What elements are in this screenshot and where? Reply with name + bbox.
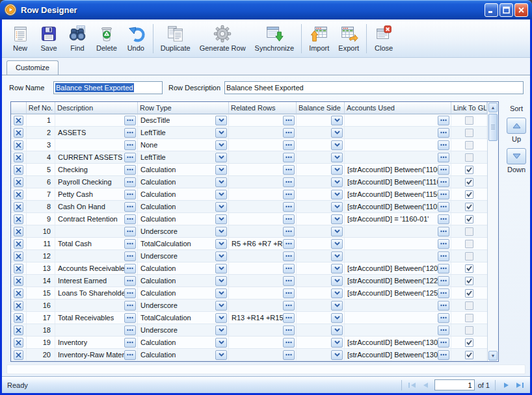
accounts-used-ellipsis-button[interactable] bbox=[438, 301, 449, 311]
description-ellipsis-button[interactable] bbox=[124, 276, 136, 286]
column-header-link-to-gl[interactable]: Link To GL bbox=[451, 102, 487, 114]
link-to-gl-checkbox[interactable] bbox=[465, 190, 473, 199]
previous-page-button[interactable] bbox=[421, 380, 431, 390]
scroll-down-button[interactable]: ▼ bbox=[488, 351, 498, 361]
delete-row-button[interactable] bbox=[14, 350, 23, 360]
delete-row-button[interactable] bbox=[14, 301, 23, 311]
related-rows-ellipsis-button[interactable] bbox=[283, 140, 295, 150]
related-rows-ellipsis-button[interactable] bbox=[283, 116, 295, 125]
description-ellipsis-button[interactable] bbox=[124, 325, 136, 335]
link-to-gl-checkbox[interactable] bbox=[465, 338, 473, 347]
related-rows-ellipsis-button[interactable] bbox=[283, 313, 295, 323]
column-header-balance-side[interactable]: Balance Side bbox=[297, 102, 345, 114]
next-page-button[interactable] bbox=[501, 380, 511, 390]
delete-row-button[interactable] bbox=[14, 264, 23, 274]
link-to-gl-checkbox[interactable] bbox=[465, 314, 473, 322]
row-name-input[interactable]: Balance Sheet Exported bbox=[53, 81, 163, 94]
balance-side-dropdown-button[interactable] bbox=[331, 153, 343, 162]
accounts-used-ellipsis-button[interactable] bbox=[438, 239, 449, 249]
row-type-dropdown-button[interactable] bbox=[215, 239, 227, 249]
accounts-used-ellipsis-button[interactable] bbox=[438, 190, 449, 199]
related-rows-ellipsis-button[interactable] bbox=[283, 325, 295, 335]
description-ellipsis-button[interactable] bbox=[124, 264, 136, 274]
row-type-dropdown-button[interactable] bbox=[215, 325, 227, 335]
link-to-gl-checkbox[interactable] bbox=[465, 129, 473, 137]
column-header-related-rows[interactable]: Related Rows bbox=[229, 102, 297, 114]
balance-side-dropdown-button[interactable] bbox=[331, 325, 343, 335]
delete-row-button[interactable] bbox=[14, 338, 23, 348]
scroll-up-button[interactable]: ▲ bbox=[488, 103, 498, 112]
related-rows-ellipsis-button[interactable] bbox=[283, 153, 295, 162]
accounts-used-ellipsis-button[interactable] bbox=[438, 338, 449, 348]
row-type-dropdown-button[interactable] bbox=[215, 288, 227, 298]
row-description-input[interactable]: Balance Sheet Exported bbox=[224, 81, 524, 94]
row-type-dropdown-button[interactable] bbox=[215, 276, 227, 286]
description-ellipsis-button[interactable] bbox=[124, 313, 136, 323]
accounts-used-ellipsis-button[interactable] bbox=[438, 264, 449, 274]
toolbar-button-save[interactable]: Save bbox=[34, 21, 63, 56]
related-rows-ellipsis-button[interactable] bbox=[283, 288, 295, 298]
link-to-gl-checkbox[interactable] bbox=[465, 227, 473, 236]
link-to-gl-checkbox[interactable] bbox=[465, 166, 473, 174]
row-type-dropdown-button[interactable] bbox=[215, 214, 227, 224]
balance-side-dropdown-button[interactable] bbox=[331, 350, 343, 360]
balance-side-dropdown-button[interactable] bbox=[331, 251, 343, 261]
related-rows-ellipsis-button[interactable] bbox=[283, 190, 295, 199]
description-ellipsis-button[interactable] bbox=[124, 338, 136, 348]
balance-side-dropdown-button[interactable] bbox=[331, 288, 343, 298]
delete-row-button[interactable] bbox=[14, 165, 23, 175]
balance-side-dropdown-button[interactable] bbox=[331, 239, 343, 249]
page-number-input[interactable] bbox=[434, 379, 475, 390]
link-to-gl-checkbox[interactable] bbox=[465, 178, 473, 186]
description-ellipsis-button[interactable] bbox=[124, 239, 136, 249]
balance-side-dropdown-button[interactable] bbox=[331, 214, 343, 224]
related-rows-ellipsis-button[interactable] bbox=[283, 202, 295, 212]
row-type-dropdown-button[interactable] bbox=[215, 177, 227, 187]
description-ellipsis-button[interactable] bbox=[124, 227, 136, 236]
related-rows-ellipsis-button[interactable] bbox=[283, 350, 295, 360]
scrollbar-thumb[interactable] bbox=[488, 114, 498, 141]
balance-side-dropdown-button[interactable] bbox=[331, 276, 343, 286]
balance-side-dropdown-button[interactable] bbox=[331, 338, 343, 348]
toolbar-button-import[interactable]: Import bbox=[304, 21, 334, 56]
description-ellipsis-button[interactable] bbox=[124, 116, 136, 125]
balance-side-dropdown-button[interactable] bbox=[331, 227, 343, 236]
related-rows-ellipsis-button[interactable] bbox=[283, 214, 295, 224]
related-rows-ellipsis-button[interactable] bbox=[283, 239, 295, 249]
row-type-dropdown-button[interactable] bbox=[215, 338, 227, 348]
toolbar-button-delete[interactable]: Delete bbox=[92, 21, 122, 56]
row-type-dropdown-button[interactable] bbox=[215, 190, 227, 199]
toolbar-button-find[interactable]: Find bbox=[63, 21, 92, 56]
balance-side-dropdown-button[interactable] bbox=[331, 313, 343, 323]
sort-down-button[interactable] bbox=[507, 148, 526, 164]
row-type-dropdown-button[interactable] bbox=[215, 165, 227, 175]
column-header-delete[interactable] bbox=[11, 102, 27, 114]
row-type-dropdown-button[interactable] bbox=[215, 128, 227, 138]
row-type-dropdown-button[interactable] bbox=[215, 350, 227, 360]
column-header-description[interactable]: Description bbox=[55, 102, 138, 114]
toolbar-button-new[interactable]: New bbox=[6, 21, 34, 56]
accounts-used-ellipsis-button[interactable] bbox=[438, 128, 449, 138]
toolbar-button-export[interactable]: Export bbox=[334, 21, 364, 56]
minimize-button[interactable] bbox=[485, 3, 498, 17]
related-rows-ellipsis-button[interactable] bbox=[283, 227, 295, 236]
link-to-gl-checkbox[interactable] bbox=[465, 326, 473, 335]
delete-row-button[interactable] bbox=[14, 276, 23, 286]
balance-side-dropdown-button[interactable] bbox=[331, 165, 343, 175]
accounts-used-ellipsis-button[interactable] bbox=[438, 116, 449, 125]
balance-side-dropdown-button[interactable] bbox=[331, 264, 343, 274]
related-rows-ellipsis-button[interactable] bbox=[283, 165, 295, 175]
link-to-gl-checkbox[interactable] bbox=[465, 203, 473, 211]
toolbar-button-undo[interactable]: Undo bbox=[122, 21, 150, 56]
accounts-used-ellipsis-button[interactable] bbox=[438, 177, 449, 187]
delete-row-button[interactable] bbox=[14, 202, 23, 212]
delete-row-button[interactable] bbox=[14, 190, 23, 199]
description-ellipsis-button[interactable] bbox=[124, 251, 136, 261]
accounts-used-ellipsis-button[interactable] bbox=[438, 140, 449, 150]
link-to-gl-checkbox[interactable] bbox=[465, 277, 473, 285]
accounts-used-ellipsis-button[interactable] bbox=[438, 165, 449, 175]
last-page-button[interactable] bbox=[514, 380, 525, 390]
sort-up-button[interactable] bbox=[507, 118, 526, 134]
description-ellipsis-button[interactable] bbox=[124, 350, 136, 360]
column-header-ref-no-[interactable]: Ref No. bbox=[27, 102, 55, 114]
